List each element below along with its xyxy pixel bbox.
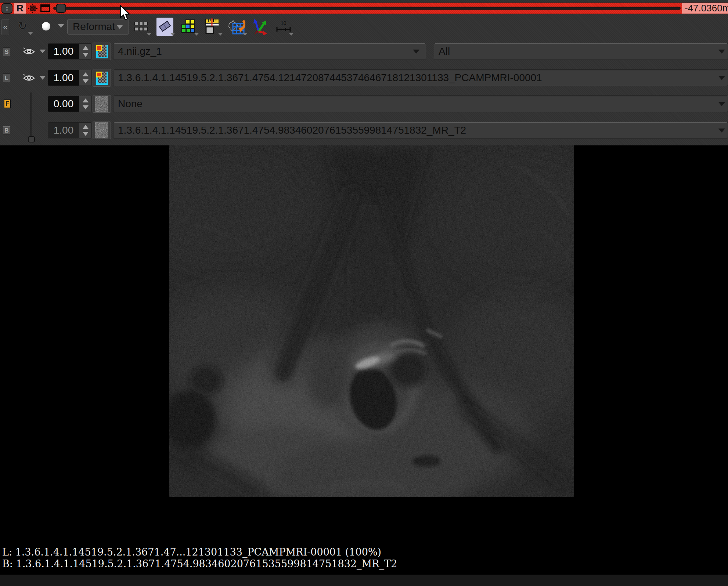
foreground-volume-selector[interactable]: None [113,95,728,112]
label-layer-badge: L [3,73,10,82]
slice-controller-panel: ▲▼ R -47.0360mm « ↻ [0,0,728,145]
label-opacity-value[interactable]: 1.00 [48,70,79,86]
foreground-volume-name: None [118,98,143,109]
segmentation-layer-badge: S [3,47,10,56]
segmentation-eye-icon[interactable] [23,47,35,56]
background-thumbnail-icon[interactable] [93,122,111,139]
label-opacity-arrows[interactable] [79,70,91,86]
segmentation-eye-dropdown[interactable] [40,50,46,53]
label-volume-selector[interactable]: 1.3.6.1.4.1.14519.5.2.1.3671.4754.121472… [113,69,728,86]
collapse-controller-button[interactable]: « [1,19,9,35]
foreground-opacity-value[interactable]: 0.00 [48,96,79,112]
label-outline-fill-icon[interactable] [93,69,111,87]
segmentation-opacity-arrows[interactable] [79,44,91,59]
segmentation-opacity-spinbox[interactable]: 1.00 [48,43,92,59]
ruler-icon[interactable]: 10 [276,20,291,34]
background-volume-name: 1.3.6.1.4.1.14519.5.2.1.3671.4754.983460… [118,124,466,136]
segment-filter-arrow[interactable] [718,50,725,54]
view-name-label: R [14,3,26,14]
orientation-axes-icon[interactable] [251,18,267,35]
ruler-menu-arrow[interactable] [289,33,294,36]
visibility-dropdown-arrow[interactable] [58,24,64,28]
lightbox-menu-arrow[interactable] [147,33,152,36]
reformat-dropdown-arrow[interactable] [117,25,123,29]
background-layer-badge: B [3,126,10,135]
mouse-cursor [120,5,131,21]
spacing-menu-arrow[interactable] [218,33,223,36]
slice-spacing-icon[interactable] [205,18,220,35]
label-opacity-spinbox[interactable]: 1.00 [48,70,92,86]
crosshair-icon[interactable] [28,4,37,13]
label-eye-icon[interactable] [23,73,35,83]
segmentation-selector-arrow[interactable] [413,50,419,54]
background-selector-arrow[interactable] [718,129,725,133]
visibility-sphere-icon[interactable] [42,22,50,30]
foreground-layer-badge: F [4,100,11,108]
mri-slice-image[interactable] [169,145,574,497]
segment-filter-label: All [439,46,450,57]
rotate-menu-arrow[interactable] [242,33,248,36]
slice-viewport[interactable]: L: 1.3.6.1.4.1.14519.5.2.1.3671.47...121… [0,145,728,575]
compositing-menu-arrow[interactable] [194,33,199,36]
fade-slider-handle[interactable] [28,136,35,142]
foreground-background-fade-slider[interactable] [30,93,32,139]
link-menu-arrow[interactable] [28,32,33,35]
foreground-thumbnail-icon[interactable] [93,95,111,113]
status-line-label-volume: L: 1.3.6.1.4.1.14519.5.2.1.3671.47...121… [2,546,381,558]
segmentation-node-label: 4.nii.gz_1 [118,46,162,57]
foreground-opacity-arrows[interactable] [79,96,91,112]
background-opacity-arrows[interactable] [79,123,91,138]
background-opacity-value[interactable]: 1.00 [48,123,79,138]
bottom-strip [0,575,728,586]
segment-filter-selector[interactable]: All [434,43,728,60]
foreground-selector-arrow[interactable] [718,102,725,106]
label-selector-arrow[interactable] [718,76,725,80]
maximize-view-icon[interactable] [40,4,50,12]
label-eye-dropdown[interactable] [40,76,46,80]
pin-controller-button[interactable]: ▲▼ [1,3,12,14]
slice-offset-slider-handle[interactable] [56,4,66,13]
link-views-icon[interactable]: ↻ [16,20,29,33]
segmentation-node-selector[interactable]: 4.nii.gz_1 [113,43,426,60]
slice-view-window: ▲▼ R -47.0360mm « ↻ [0,0,728,586]
compositing-icon[interactable] [181,19,195,34]
slice-model-menu-arrow[interactable] [170,33,175,36]
background-opacity-spinbox[interactable]: 1.00 [48,122,92,138]
slice-offset-bar: ▲▼ R -47.0360mm [0,3,728,14]
status-line-background-volume: B: 1.3.6.1.4.1.14519.5.2.1.3671.4754.983… [2,558,397,569]
ruler-number-glyph: 10 [281,20,286,26]
foreground-opacity-spinbox[interactable]: 0.00 [48,96,92,112]
segmentation-outline-fill-icon[interactable] [93,43,111,60]
slice-offset-slider[interactable] [53,7,681,10]
background-volume-selector[interactable]: 1.3.6.1.4.1.14519.5.2.1.3671.4754.983460… [113,122,728,139]
segmentation-opacity-value[interactable]: 1.00 [48,44,79,59]
label-volume-name: 1.3.6.1.4.1.14519.5.2.1.3671.4754.121472… [118,72,542,83]
slice-offset-value: -47.0360mm [682,3,728,14]
